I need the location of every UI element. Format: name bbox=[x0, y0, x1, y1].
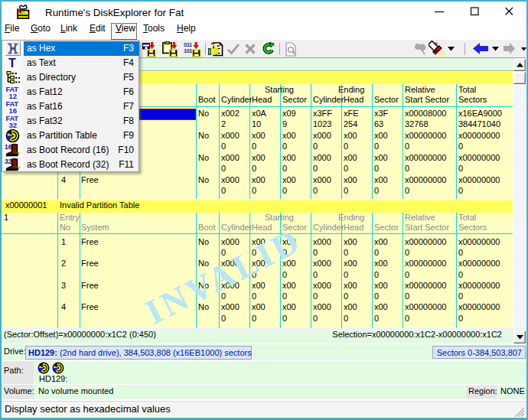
svg-text:16: 16 bbox=[5, 143, 12, 151]
svg-text:32: 32 bbox=[5, 158, 12, 165]
svg-text:101: 101 bbox=[184, 47, 192, 54]
svg-text:32: 32 bbox=[9, 121, 18, 129]
svg-text:T: T bbox=[8, 57, 16, 70]
svg-text:12: 12 bbox=[9, 92, 18, 100]
svg-text:16: 16 bbox=[9, 106, 18, 115]
